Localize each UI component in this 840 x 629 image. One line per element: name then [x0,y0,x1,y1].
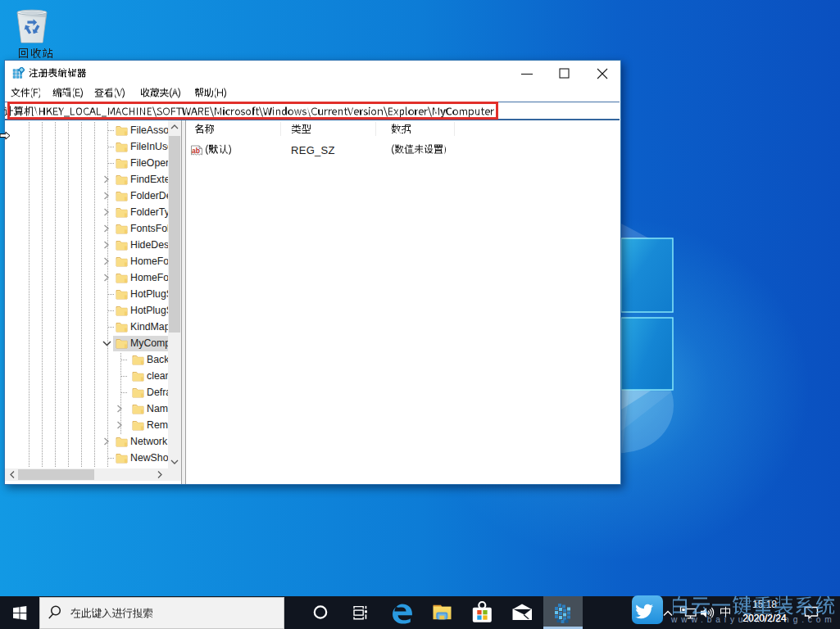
svg-text:ab: ab [192,147,200,155]
